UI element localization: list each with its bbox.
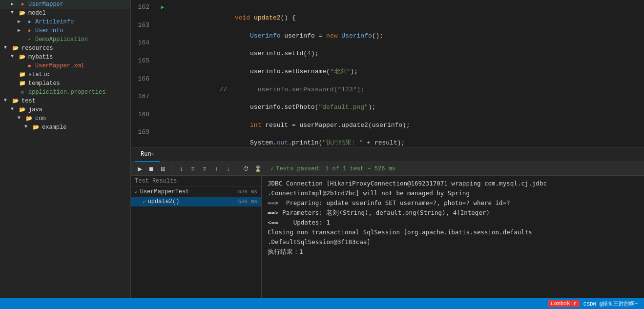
code-token: + result); <box>363 139 405 146</box>
tree-arrow <box>24 124 31 131</box>
sidebar-item-mybatis[interactable]: mybatis <box>0 53 130 62</box>
sidebar-label: static <box>28 71 49 78</box>
sidebar-item-usermapper-xml[interactable]: UserMapper.xml <box>0 62 130 70</box>
code-token: .println( <box>288 139 322 146</box>
sidebar-label: test <box>21 98 36 104</box>
console-line: .ConnectionImpl@2b1cd7bc] will not be ma… <box>268 188 638 198</box>
sidebar-label: example <box>42 124 66 131</box>
line-number: 165 <box>131 56 155 66</box>
console-output[interactable]: JDBC Connection [HikariProxyConnection@1… <box>262 176 644 298</box>
test-status: ✓ Tests passed: 1 of 1 test – 526 ms <box>270 165 395 172</box>
folder-icon <box>19 80 26 87</box>
folder-icon <box>19 53 26 61</box>
code-line-165: 165 userinfo.setUsername("老刘"); <box>131 56 644 74</box>
sidebar: UserMapper model Articleinfo Userinfo De… <box>0 0 131 298</box>
sidebar-item-static[interactable]: static <box>0 70 130 79</box>
tree-arrow <box>4 98 11 104</box>
sidebar-label: DemoApplication <box>35 36 88 43</box>
sidebar-item-java[interactable]: java <box>0 105 130 114</box>
tree-arrow <box>11 10 18 17</box>
editor-area: 162 ▶ void update2() { 163 Userinfo user… <box>131 0 644 298</box>
toolbar-sort-btn[interactable]: ↕ <box>176 164 186 174</box>
folder-icon <box>25 115 33 123</box>
sidebar-item-example[interactable]: example <box>0 123 130 132</box>
code-line-168: 168 int result = userMapper.update2(user… <box>131 109 644 127</box>
main-container: UserMapper model Articleinfo Userinfo De… <box>0 0 644 298</box>
folder-icon <box>32 124 40 131</box>
toolbar-stop-btn[interactable]: ⏹ <box>146 164 156 174</box>
app-icon <box>25 36 33 43</box>
toolbar-expand-btn[interactable]: ≡ <box>200 164 209 174</box>
sidebar-item-resources[interactable]: resources <box>0 44 130 53</box>
interface-icon <box>25 27 33 35</box>
sidebar-item-userinfo[interactable]: Userinfo <box>0 26 130 35</box>
line-number: 167 <box>131 91 155 102</box>
sidebar-item-demoapplication[interactable]: DemoApplication <box>0 35 130 44</box>
code-token: out <box>277 139 288 146</box>
sidebar-label: Articleinfo <box>35 19 74 25</box>
panel-tab-bar: Run ✕ <box>131 147 644 162</box>
toolbar-up-btn[interactable]: ↑ <box>211 164 221 174</box>
test-results-title: Test Results <box>135 178 177 185</box>
toolbar-down-btn[interactable]: ↓ <box>223 164 233 174</box>
test-tree-item-usermappertest[interactable]: ✓ UserMapperTest 526 ms <box>131 187 261 197</box>
test-results-header: Test Results <box>131 176 261 187</box>
code-line-163: 163 Userinfo userinfo = new Userinfo(); <box>131 20 644 38</box>
tree-arrow <box>11 1 18 8</box>
tree-arrow <box>11 106 18 113</box>
sidebar-item-model[interactable]: model <box>0 9 130 18</box>
sidebar-label: mybatis <box>28 54 53 61</box>
tree-arrow <box>18 62 24 69</box>
toolbar-restore-btn[interactable]: ⊞ <box>158 164 168 174</box>
tab-run[interactable]: Run ✕ <box>135 147 160 162</box>
csdn-label: CSDN @摸鱼王肘肘啊~ <box>583 300 638 308</box>
code-line-169: 169 System.out.println("执行结果: " + result… <box>131 127 644 145</box>
code-line-164: 164 userinfo.setId(4); <box>131 38 644 56</box>
folder-icon <box>19 106 26 114</box>
toolbar-export-btn[interactable]: ⌛ <box>253 164 263 174</box>
sidebar-item-app-props[interactable]: application.properties <box>0 88 130 97</box>
test-item-time: 526 ms <box>238 189 257 195</box>
tree-arrow <box>11 71 18 78</box>
code-line-162: 162 ▶ void update2() { <box>131 2 644 20</box>
pass-icon: ✓ <box>135 189 138 195</box>
sidebar-label: UserMapper.xml <box>35 62 84 69</box>
console-line: .DefaultSqlSession@3f183caa] <box>268 237 638 247</box>
tree-arrow <box>18 115 24 122</box>
toolbar-filter-btn[interactable]: ≡ <box>188 164 198 174</box>
console-line: 执行结果：1 <box>268 247 638 257</box>
toolbar-separator-2 <box>237 165 237 173</box>
sidebar-item-articleinfo[interactable]: Articleinfo <box>0 18 130 26</box>
sidebar-item-com[interactable]: com <box>0 114 130 123</box>
test-tree-item-update2[interactable]: ✓ update2() 526 ms <box>131 197 261 206</box>
line-number: 166 <box>131 74 155 84</box>
toolbar-clock-btn[interactable]: ⏱ <box>241 164 251 174</box>
sidebar-label: resources <box>21 45 53 52</box>
line-number: 164 <box>131 38 155 48</box>
folder-icon <box>12 44 20 52</box>
line-number: 163 <box>131 20 155 31</box>
tab-close-icon[interactable]: ✕ <box>151 151 154 157</box>
line-indicator: ▶ <box>155 2 170 13</box>
code-token: "执行结果: " <box>322 139 363 146</box>
folder-icon <box>19 9 26 17</box>
sidebar-item-templates[interactable]: templates <box>0 79 130 88</box>
test-item-label: update2() <box>148 198 180 205</box>
sidebar-item-usermapper[interactable]: UserMapper <box>0 0 130 9</box>
sidebar-label: UserMapper <box>28 1 63 8</box>
interface-icon <box>19 0 26 8</box>
test-item-time: 526 ms <box>238 199 257 205</box>
sidebar-label: java <box>28 106 42 113</box>
tab-label: Run <box>141 151 151 158</box>
tree-arrow <box>4 45 11 52</box>
sidebar-item-test[interactable]: test <box>0 97 130 105</box>
console-line: ==> Parameters: 老刘(String), default.png(… <box>268 208 638 218</box>
sidebar-label: com <box>35 115 46 122</box>
lombok-badge[interactable]: Lombok r <box>548 300 580 307</box>
line-number: 168 <box>131 109 155 120</box>
code-line-167: 167 userinfo.setPhoto("default.png"); <box>131 91 644 109</box>
code-view: 162 ▶ void update2() { 163 Userinfo user… <box>131 0 644 147</box>
toolbar-rerun-btn[interactable]: ▶ <box>135 164 145 174</box>
status-bar: Lombok r CSDN @摸鱼王肘肘啊~ <box>0 298 644 309</box>
test-results-panel: Test Results ✓ UserMapperTest 526 ms ✓ u… <box>131 176 262 298</box>
